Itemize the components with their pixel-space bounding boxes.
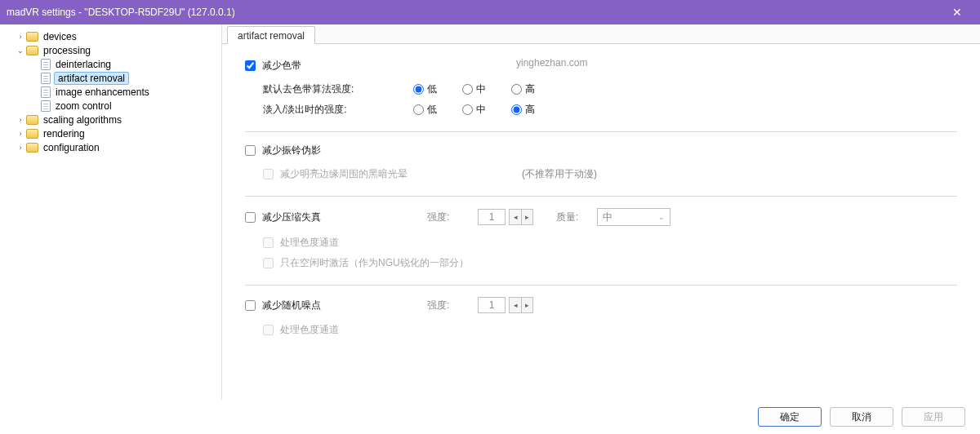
radio-fade-high[interactable] (511, 104, 522, 115)
spinner-compression-strength: ◂ ▸ (478, 209, 533, 225)
tree-item-deinterlacing[interactable]: · deinterlacing (0, 57, 218, 71)
footer: 确定 取消 应用 (0, 400, 980, 434)
section-reduce-noise: 减少随机噪点 强度: ◂ ▸ 处理色度通道 (245, 297, 957, 340)
radio-deband-low[interactable] (413, 84, 424, 95)
label-fade-deband-strength: 淡入/淡出时的强度: (263, 103, 413, 117)
spinner-noise-strength: ◂ ▸ (478, 297, 533, 313)
input-compression-strength[interactable] (478, 209, 506, 225)
tree-item-rendering[interactable]: › rendering (0, 126, 218, 140)
tree-item-configuration[interactable]: › configuration (0, 140, 218, 154)
folder-icon (26, 143, 38, 153)
select-compression-quality[interactable]: 中 ⌄ (597, 208, 670, 226)
separator (245, 285, 957, 286)
checkbox-compress-chroma[interactable] (263, 237, 274, 248)
label-reduce-banding: 减少色带 (262, 59, 301, 73)
tab-strip: artifact removal (222, 24, 980, 44)
tree-item-zoom-control[interactable]: · zoom control (0, 99, 218, 113)
tree-item-devices[interactable]: › devices (0, 29, 218, 43)
navigation-tree: › devices ⌄ processing · deinterlacing ·… (0, 24, 222, 400)
checkbox-reduce-compression[interactable] (245, 212, 256, 223)
label-noise-chroma: 处理色度通道 (280, 323, 339, 337)
label-compress-chroma: 处理色度通道 (280, 236, 339, 250)
spinner-down-icon[interactable]: ◂ (509, 297, 521, 313)
chevron-down-icon[interactable]: ⌄ (15, 46, 26, 55)
label-default-deband-strength: 默认去色带算法强度: (263, 82, 413, 96)
label-reduce-compression: 减少压缩失真 (262, 210, 321, 224)
tree-item-artifact-removal[interactable]: · artifact removal (0, 71, 218, 85)
separator (245, 196, 957, 197)
chevron-right-icon[interactable]: › (15, 144, 26, 152)
label-reduce-noise: 减少随机噪点 (262, 299, 321, 312)
note-not-anime: (不推荐用于动漫) (522, 167, 597, 181)
section-reduce-ringing: 减少振铃伪影 减少明亮边缘周围的黑暗光晕 (不推荐用于动漫) (245, 144, 957, 184)
input-noise-strength[interactable] (478, 297, 506, 313)
page-icon (41, 59, 51, 70)
folder-icon (26, 115, 38, 125)
label-reduce-ringing: 减少振铃伪影 (262, 144, 321, 157)
tree-item-scaling-algorithms[interactable]: › scaling algorithms (0, 113, 218, 126)
folder-icon (26, 32, 38, 42)
ok-button[interactable]: 确定 (758, 407, 822, 427)
spinner-up-icon[interactable]: ▸ (521, 209, 533, 225)
window-title: madVR settings - "DESKTOP-R5DF29U" (127.… (7, 7, 941, 18)
spinner-up-icon[interactable]: ▸ (521, 297, 533, 313)
section-reduce-banding: 减少色带 默认去色带算法强度: 低 中 高 淡入/淡出时的强度: 低 中 高 (245, 59, 957, 120)
section-reduce-compression: 减少压缩失真 强度: ◂ ▸ 质量: 中 ⌄ (245, 208, 957, 273)
radio-fade-low[interactable] (413, 104, 424, 115)
checkbox-dark-halo[interactable] (263, 169, 274, 179)
checkbox-noise-chroma[interactable] (263, 325, 274, 335)
spinner-down-icon[interactable]: ◂ (509, 209, 521, 225)
label-strength: 强度: (427, 210, 468, 224)
page-icon (41, 100, 51, 112)
label-strength: 强度: (427, 299, 468, 312)
checkbox-reduce-banding[interactable] (245, 60, 256, 71)
titlebar: madVR settings - "DESKTOP-R5DF29U" (127.… (0, 0, 980, 24)
radio-deband-high[interactable] (511, 84, 522, 95)
chevron-down-icon: ⌄ (658, 213, 665, 221)
chevron-right-icon[interactable]: › (15, 33, 26, 41)
folder-icon (26, 129, 38, 139)
label-idle-only: 只在空闲时激活（作为NGU锐化的一部分） (280, 256, 469, 270)
separator (245, 131, 957, 132)
cancel-button[interactable]: 取消 (830, 407, 893, 427)
tree-item-image-enhancements[interactable]: · image enhancements (0, 85, 218, 99)
page-icon (41, 73, 51, 84)
close-icon[interactable]: ✕ (941, 6, 973, 19)
chevron-right-icon[interactable]: › (15, 130, 26, 138)
checkbox-reduce-ringing[interactable] (245, 145, 256, 156)
radio-deband-med[interactable] (462, 84, 473, 95)
radio-fade-med[interactable] (462, 104, 473, 115)
watermark-text: yinghezhan.com (516, 57, 587, 69)
chevron-right-icon[interactable]: › (15, 116, 26, 124)
tree-item-processing[interactable]: ⌄ processing (0, 43, 218, 57)
apply-button[interactable]: 应用 (902, 407, 965, 427)
settings-panel: yinghezhan.com 减少色带 默认去色带算法强度: 低 中 高 淡入/… (222, 44, 980, 400)
label-quality: 质量: (556, 210, 589, 224)
folder-icon (26, 46, 38, 55)
checkbox-reduce-noise[interactable] (245, 300, 256, 311)
page-icon (41, 86, 51, 98)
label-dark-halo: 减少明亮边缘周围的黑暗光晕 (280, 167, 408, 181)
checkbox-idle-only[interactable] (263, 258, 274, 268)
tab-artifact-removal[interactable]: artifact removal (227, 26, 315, 44)
